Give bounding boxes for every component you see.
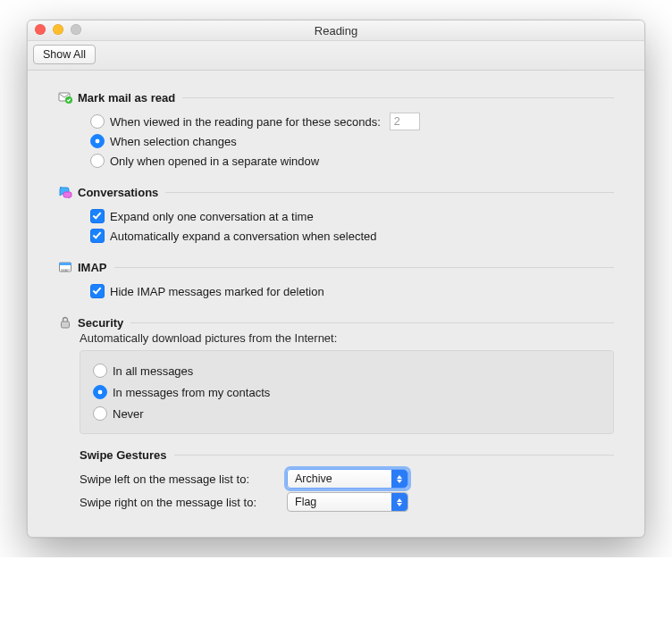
- titlebar: Reading: [28, 21, 644, 41]
- swipe-right-select[interactable]: Flag: [287, 492, 408, 512]
- check-hide-deleted[interactable]: Hide IMAP messages marked for deletion: [90, 281, 614, 301]
- close-icon[interactable]: [35, 24, 46, 35]
- section-swipe: Swipe Gestures: [80, 448, 614, 462]
- check-expand-one[interactable]: Expand only one conversation at a time: [90, 206, 614, 226]
- radio-label: Never: [113, 407, 144, 421]
- seconds-input[interactable]: 2: [390, 113, 420, 130]
- check-label: Hide IMAP messages marked for deletion: [110, 285, 324, 298]
- radio-icon: [93, 406, 107, 421]
- divider: [182, 97, 614, 98]
- toolbar: Show All: [28, 41, 644, 71]
- swipe-options: Swipe left on the message list to: Archi…: [80, 467, 614, 514]
- radio-label: When selection changes: [110, 135, 237, 148]
- security-description: Automatically download pictures from the…: [80, 331, 614, 345]
- radio-all-messages[interactable]: In all messages: [93, 360, 601, 381]
- swipe-left-label: Swipe left on the message list to:: [80, 472, 281, 486]
- check-icon: [90, 284, 105, 298]
- window-title: Reading: [315, 24, 357, 38]
- select-value: Archive: [295, 472, 332, 485]
- radio-label: In messages from my contacts: [113, 386, 270, 399]
- section-title: Swipe Gestures: [80, 448, 167, 462]
- check-auto-expand[interactable]: Automatically expand a conversation when…: [90, 226, 614, 246]
- divider: [114, 267, 615, 268]
- show-all-button[interactable]: Show All: [33, 45, 96, 64]
- imap-icon: IMAP: [58, 260, 72, 274]
- minimize-icon[interactable]: [53, 24, 63, 35]
- check-icon: [90, 209, 105, 223]
- content: Mark mail as read When viewed in the rea…: [28, 71, 644, 537]
- section-imap: IMAP IMAP: [58, 260, 614, 274]
- divider: [165, 192, 614, 193]
- svg-text:IMAP: IMAP: [61, 268, 70, 272]
- mark-read-options: When viewed in the reading pane for thes…: [90, 112, 614, 171]
- chevron-updown-icon: [391, 470, 407, 488]
- swipe-right-label: Swipe right on the message list to:: [80, 496, 281, 509]
- radio-icon: [93, 364, 107, 378]
- svg-rect-5: [62, 322, 70, 328]
- radio-label: Only when opened in a separate window: [110, 155, 319, 168]
- section-mark-read: Mark mail as read: [58, 90, 614, 104]
- lock-icon: [58, 315, 72, 330]
- check-label: Expand only one conversation at a time: [110, 210, 314, 223]
- radio-icon: [90, 134, 105, 148]
- conversations-options: Expand only one conversation at a time A…: [90, 206, 614, 246]
- section-title: IMAP: [78, 261, 107, 274]
- section-conversations: Conversations: [58, 185, 614, 199]
- radio-reading-pane-seconds[interactable]: When viewed in the reading pane for thes…: [90, 112, 614, 131]
- check-icon: [90, 229, 105, 243]
- radio-icon: [90, 114, 105, 129]
- section-title: Conversations: [78, 186, 158, 199]
- divider: [174, 455, 614, 456]
- preferences-window: Reading Show All Mark mail as read W: [27, 20, 645, 538]
- show-all-label: Show All: [43, 48, 86, 61]
- section-title: Mark mail as read: [78, 91, 175, 104]
- security-panel: In all messages In messages from my cont…: [80, 350, 614, 434]
- divider: [130, 322, 614, 323]
- chevron-updown-icon: [391, 493, 407, 511]
- section-title: Security: [78, 316, 123, 330]
- check-label: Automatically expand a conversation when…: [110, 230, 376, 243]
- imap-options: Hide IMAP messages marked for deletion: [90, 281, 614, 301]
- envelope-check-icon: [58, 90, 72, 104]
- swipe-left-row: Swipe left on the message list to: Archi…: [80, 467, 614, 490]
- radio-my-contacts[interactable]: In messages from my contacts: [93, 381, 601, 403]
- radio-label: When viewed in the reading pane for thes…: [110, 115, 381, 129]
- window-controls: [35, 24, 81, 35]
- conversations-icon: [58, 185, 72, 199]
- radio-never[interactable]: Never: [93, 403, 601, 424]
- radio-label: In all messages: [113, 364, 193, 378]
- select-value: Flag: [295, 496, 316, 508]
- section-security: Security: [58, 315, 614, 330]
- radio-icon: [93, 385, 107, 399]
- svg-rect-3: [60, 263, 71, 265]
- radio-separate-window[interactable]: Only when opened in a separate window: [90, 151, 614, 171]
- zoom-icon[interactable]: [71, 24, 81, 35]
- swipe-left-select[interactable]: Archive: [287, 469, 408, 489]
- radio-icon: [90, 154, 105, 168]
- radio-selection-changes[interactable]: When selection changes: [90, 131, 614, 151]
- swipe-right-row: Swipe right on the message list to: Flag: [80, 490, 614, 514]
